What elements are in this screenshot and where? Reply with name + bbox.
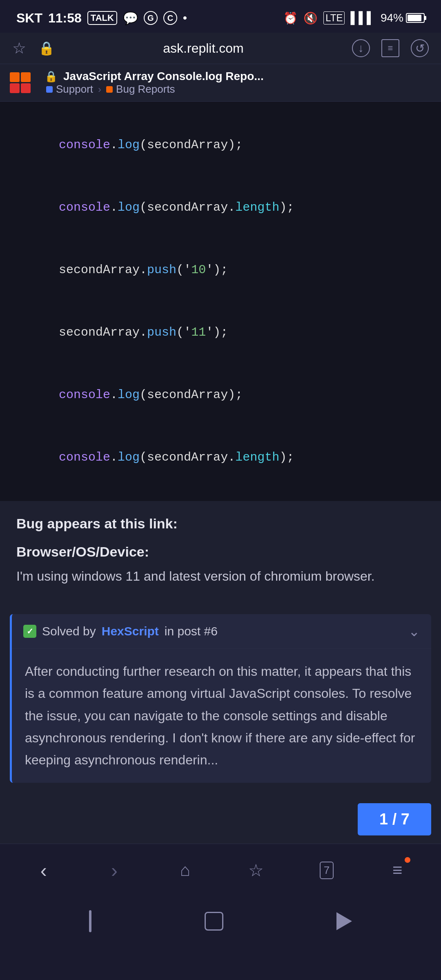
signal-bars: ▌▌▌ xyxy=(350,11,375,24)
code-line-6: console.log(secondArray.length); xyxy=(15,426,426,489)
solved-prefix: Solved by xyxy=(42,624,96,638)
bubble-icon: 💬 xyxy=(123,11,138,25)
tab-lock-icon: 🔒 xyxy=(45,70,58,83)
home-sys-button[interactable] xyxy=(205,912,223,931)
dot-indicator: • xyxy=(183,11,187,24)
carrier-text: SKT xyxy=(16,11,42,26)
solved-container: ✓ Solved by HexScript in post #6 ⌄ After… xyxy=(10,614,431,783)
solved-chevron-icon[interactable]: ⌄ xyxy=(408,623,420,639)
code-line-4: secondArray.push('11'); xyxy=(15,301,426,364)
status-right: ⏰ 🔇 LTE ▌▌▌ 94% xyxy=(283,11,425,25)
solved-checkbox-icon: ✓ xyxy=(23,625,36,638)
refresh-icon[interactable]: ↺ xyxy=(411,39,429,57)
support-dot-icon xyxy=(46,86,53,93)
system-nav xyxy=(0,897,441,946)
logo-bottom-left xyxy=(10,83,20,93)
status-bar: SKT 11:58 TALK 💬 G C • ⏰ 🔇 LTE ▌▌▌ 94% xyxy=(0,0,441,33)
code-console-5: console xyxy=(59,388,110,402)
tab-title-row: 🔒 JavaScript Array Console.log Repo... xyxy=(45,70,431,83)
pagination-bar: 1 / 7 xyxy=(0,795,441,844)
pagination-display[interactable]: 1 / 7 xyxy=(358,803,431,835)
browser-os-label: Browser/OS/Device: xyxy=(16,544,425,560)
g-icon: G xyxy=(144,11,158,25)
bug-reports-label: Bug Reports xyxy=(116,83,175,96)
lock-icon: 🔒 xyxy=(38,40,55,56)
tab-bar: 🔒 JavaScript Array Console.log Repo... S… xyxy=(0,64,441,102)
support-label: Support xyxy=(56,83,93,96)
menu-icon: ≡ xyxy=(392,860,403,880)
breadcrumb-bug-reports[interactable]: Bug Reports xyxy=(106,83,175,96)
code-line-3: secondArray.push('10'); xyxy=(15,239,426,301)
bookmark-icon[interactable]: ☆ xyxy=(12,39,26,57)
forward-button[interactable]: › xyxy=(98,854,131,886)
solved-body-text: After conducting further research on thi… xyxy=(12,649,431,783)
bug-reports-dot-icon xyxy=(106,86,113,93)
breadcrumb-support[interactable]: Support xyxy=(46,83,93,96)
c-icon: C xyxy=(163,11,177,25)
code-line-5: console.log(secondArray); xyxy=(15,364,426,426)
replit-logo xyxy=(10,72,31,93)
code-block: console.log(secondArray); console.log(se… xyxy=(0,102,441,501)
tab-title-text: JavaScript Array Console.log Repo... xyxy=(63,70,431,83)
mute-icon: 🔇 xyxy=(303,11,318,25)
alarm-icon: ⏰ xyxy=(283,11,298,25)
tabs-button[interactable]: 7 xyxy=(310,854,343,886)
bottom-nav: ‹ › ⌂ ☆ 7 ≡ xyxy=(0,844,441,897)
status-left: SKT 11:58 TALK 💬 G C • xyxy=(16,11,187,26)
post-body: Bug appears at this link: Browser/OS/Dev… xyxy=(0,501,441,602)
battery-icon xyxy=(406,13,425,23)
solved-left: ✓ Solved by HexScript in post #6 xyxy=(23,624,218,638)
browser-os-text: I'm using windows 11 and latest version … xyxy=(16,566,425,587)
checkmark-icon: ✓ xyxy=(27,626,33,636)
bug-link-label: Bug appears at this link: xyxy=(16,516,425,532)
url-bar[interactable]: ask.replit.com xyxy=(67,41,340,56)
bookmarks-button[interactable]: ☆ xyxy=(240,854,272,886)
recent-apps-button[interactable] xyxy=(89,910,91,932)
solved-suffix: in post #6 xyxy=(165,624,218,638)
menu-notification-dot xyxy=(405,857,410,863)
download-icon[interactable]: ↓ xyxy=(352,39,370,57)
lte-icon: LTE xyxy=(323,11,345,24)
back-sys-button[interactable] xyxy=(336,912,352,930)
reader-mode-icon[interactable]: ≡ xyxy=(381,39,399,57)
main-content: console.log(secondArray); console.log(se… xyxy=(0,102,441,844)
logo-top-left xyxy=(10,72,20,82)
code-console-1: console xyxy=(59,138,110,152)
code-console-6: console xyxy=(59,450,110,464)
tab-count-badge: 7 xyxy=(320,862,334,879)
back-button[interactable]: ‹ xyxy=(27,854,60,886)
menu-button[interactable]: ≡ xyxy=(381,854,414,886)
talk-badge: TALK xyxy=(87,11,117,25)
breadcrumb: Support › Bug Reports xyxy=(45,83,431,96)
battery-percent: 94% xyxy=(381,11,403,24)
code-console-2: console xyxy=(59,200,110,214)
tab-content: 🔒 JavaScript Array Console.log Repo... S… xyxy=(39,70,431,96)
breadcrumb-separator: › xyxy=(98,84,101,95)
solved-author-link[interactable]: HexScript xyxy=(102,624,159,638)
battery-fill xyxy=(408,15,421,21)
time-display: 11:58 xyxy=(48,11,82,26)
battery-indicator: 94% xyxy=(381,11,425,24)
code-line-2: console.log(secondArray.length); xyxy=(15,176,426,239)
code-line-1: console.log(secondArray); xyxy=(15,114,426,176)
solved-header[interactable]: ✓ Solved by HexScript in post #6 ⌄ xyxy=(12,614,431,649)
home-button[interactable]: ⌂ xyxy=(169,854,201,886)
browser-actions: ↓ ≡ ↺ xyxy=(352,39,429,57)
logo-top-right xyxy=(21,72,31,82)
logo-bottom-right xyxy=(21,83,31,93)
browser-toolbar: ☆ 🔒 ask.replit.com ↓ ≡ ↺ xyxy=(0,33,441,64)
